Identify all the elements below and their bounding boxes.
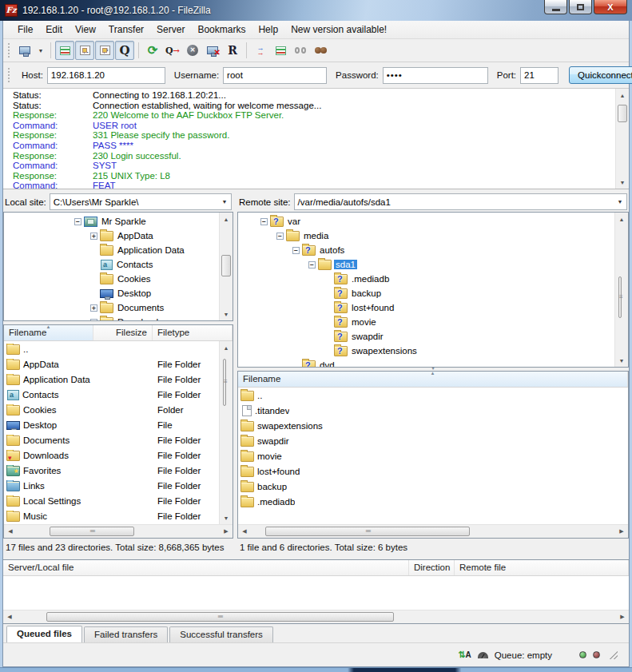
file-row[interactable]: Desktop File [4, 417, 219, 432]
file-row[interactable]: Links File Folder [4, 478, 219, 493]
file-row[interactable]: AppData File Folder [4, 356, 219, 372]
username-input[interactable] [223, 67, 327, 84]
scroll-down-icon[interactable]: ▼ [220, 511, 233, 524]
tree-item[interactable]: dvd [238, 358, 614, 367]
quickconnect-button[interactable]: Quickconnect [569, 66, 632, 84]
tree-item[interactable]: var [238, 214, 614, 229]
file-row[interactable]: Local Settings File Folder [4, 493, 219, 508]
remote-tree-scrollbar[interactable]: ▲ ▼ [614, 213, 628, 367]
toolbar-grip[interactable] [8, 43, 11, 58]
file-row[interactable]: Application Data File Folder [4, 372, 219, 387]
port-input[interactable] [520, 67, 558, 84]
tree-expander[interactable] [90, 233, 97, 240]
file-row[interactable]: backup [238, 479, 628, 494]
menu-item[interactable]: View [69, 22, 102, 37]
scroll-up-icon[interactable]: ▲ [616, 89, 629, 101]
scroll-down-icon[interactable]: ▼ [616, 176, 629, 189]
tree-item[interactable]: autofs [238, 243, 614, 257]
close-button[interactable]: X [594, 0, 627, 14]
tree-item[interactable]: Downloads [4, 315, 219, 320]
tree-expander[interactable] [308, 261, 316, 268]
file-row[interactable]: movie [238, 448, 628, 463]
local-list-scrollbar[interactable]: ▲ ▼ [219, 341, 233, 524]
scroll-down-icon[interactable]: ▼ [220, 308, 233, 320]
process-queue-button[interactable]: Q→ [163, 41, 182, 60]
log-scrollbar[interactable]: ▲ ▼ [615, 89, 629, 189]
tree-expander[interactable] [74, 218, 81, 225]
tree-item[interactable]: Contacts [4, 257, 219, 272]
menu-item[interactable]: Bookmarks [191, 22, 252, 37]
toggle-message-log-button[interactable] [55, 41, 74, 60]
tree-item[interactable]: swapdir [238, 329, 614, 344]
file-row[interactable]: Downloads File Folder [4, 447, 219, 463]
tree-expander[interactable] [292, 247, 300, 254]
tree-item[interactable]: media [238, 229, 614, 243]
file-row[interactable]: .. [4, 341, 219, 356]
site-manager-dropdown[interactable]: ▼ [35, 41, 46, 60]
queue-tab[interactable]: Queued files [6, 626, 82, 642]
toggle-remote-tree-button[interactable]: F [95, 41, 114, 60]
site-manager-button[interactable] [15, 41, 34, 60]
queue-hscrollbar[interactable]: ◀ ▶ [3, 610, 629, 623]
column-header-remote-file[interactable]: Remote file [455, 560, 629, 575]
file-row[interactable]: .titandev [238, 403, 628, 418]
scroll-left-icon[interactable]: ◀ [4, 525, 17, 538]
menu-item[interactable]: Edit [39, 22, 69, 37]
menu-item[interactable]: Help [252, 22, 284, 37]
resize-grip[interactable] [610, 651, 618, 659]
menu-item[interactable]: Transfer [102, 22, 150, 37]
directory-comparison-button[interactable]: →→ [251, 41, 270, 60]
scroll-left-icon[interactable]: ◀ [3, 610, 16, 623]
file-row[interactable]: Favorites File Folder [4, 463, 219, 478]
scroll-up-icon[interactable]: ▲ [220, 341, 233, 354]
title-bar[interactable]: Fz 192.168.1.20 - root@192.168.1.20 - Fi… [0, 0, 632, 21]
queue-tab[interactable]: Successful transfers [169, 626, 273, 642]
column-header-filename[interactable]: Filename [4, 325, 93, 340]
scroll-up-icon[interactable]: ▲ [615, 213, 628, 225]
tree-expander[interactable] [260, 218, 268, 225]
tree-item[interactable]: swapextensions [238, 344, 614, 358]
tree-item[interactable]: movie [238, 315, 614, 329]
remote-list-hscrollbar[interactable]: ◀ ▶ [238, 524, 628, 538]
local-site-combobox[interactable]: C:\Users\Mr Sparkle\ ▼ [50, 193, 232, 210]
remote-site-combobox[interactable]: /var/media/autofs/sda1 ▼ [294, 193, 627, 210]
maximize-button[interactable] [569, 0, 592, 14]
scroll-left-icon[interactable]: ◀ [238, 525, 251, 538]
tree-expander[interactable] [276, 233, 284, 240]
transfer-type-icon[interactable]: ⇅A [458, 650, 471, 660]
toggle-queue-button[interactable]: Q [115, 41, 134, 60]
quickbar-grip[interactable] [8, 68, 10, 82]
file-row[interactable]: lost+found [238, 463, 628, 479]
synchronized-browsing-button[interactable] [291, 41, 310, 60]
minimize-button[interactable] [544, 0, 567, 14]
scroll-up-icon[interactable]: ▲ [220, 213, 233, 225]
refresh-button[interactable]: ⟳ [143, 41, 162, 60]
tree-item[interactable]: Mr Sparkle [4, 214, 219, 229]
password-input[interactable] [383, 67, 488, 84]
queue-tab[interactable]: Failed transfers [84, 626, 168, 642]
local-list-hscrollbar[interactable]: ◀ ▶ [4, 524, 233, 538]
tree-item[interactable]: Cookies [4, 272, 219, 286]
scroll-right-icon[interactable]: ▶ [615, 525, 628, 538]
tree-item[interactable]: AppData [4, 229, 219, 243]
find-files-button[interactable] [311, 41, 330, 60]
file-row[interactable]: Contacts File Folder [4, 387, 219, 402]
filelist-filter-button[interactable] [271, 41, 290, 60]
scroll-down-icon[interactable]: ▼ [615, 354, 628, 367]
host-input[interactable] [47, 67, 165, 84]
file-row[interactable]: swapdir [238, 433, 628, 448]
menu-item[interactable]: New version available! [284, 22, 393, 37]
column-header-filetype[interactable]: Filetype [153, 325, 233, 340]
tree-item[interactable]: .mediadb [238, 272, 614, 286]
tree-item[interactable]: sda1 [238, 257, 614, 272]
local-tree-scrollbar[interactable]: ▲ ▼ [219, 213, 233, 320]
cancel-operation-button[interactable]: ✕ [183, 41, 202, 60]
scroll-right-icon[interactable]: ▶ [616, 610, 629, 623]
tree-item[interactable]: backup [238, 286, 614, 300]
column-header-server-local-file[interactable]: Server/Local file [3, 560, 409, 575]
tree-expander[interactable] [90, 319, 97, 321]
tree-item[interactable]: Application Data [4, 243, 219, 257]
reconnect-button[interactable]: R [223, 41, 242, 60]
scroll-right-icon[interactable]: ▶ [220, 525, 233, 538]
speed-limits-icon[interactable] [478, 652, 488, 658]
